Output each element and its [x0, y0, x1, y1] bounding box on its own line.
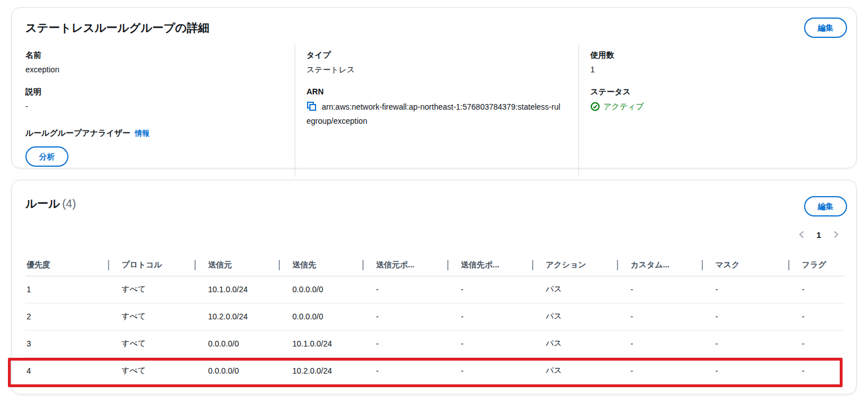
cell-destination: 0.0.0.0/0	[279, 303, 362, 330]
cell-priority: 3	[25, 330, 108, 357]
cell-mask: -	[702, 303, 788, 330]
cell-source: 0.0.0.0/0	[195, 357, 279, 384]
name-label: 名前	[25, 49, 281, 60]
table-header-row: 優先度 プロトコル 送信元 送信先 送信元ポ... 送信先ポ... アクション …	[25, 255, 844, 276]
cell-custom: -	[617, 303, 702, 330]
name-value: exception	[25, 63, 281, 76]
cell-action: パス	[532, 303, 617, 330]
cell-destination-port: -	[447, 303, 532, 330]
pagination: 1	[796, 229, 841, 240]
cell-mask: -	[702, 357, 788, 384]
page: ステートレスルールグループの詳細 編集 名前 exception 説明 - ルー…	[0, 0, 868, 403]
rules-table: 優先度 プロトコル 送信元 送信先 送信元ポ... 送信先ポ... アクション …	[25, 255, 844, 384]
cell-flags: -	[788, 330, 844, 357]
details-panel: ステートレスルールグループの詳細 編集 名前 exception 説明 - ルー…	[11, 7, 857, 168]
cell-source-port: -	[362, 303, 447, 330]
column-header-protocol: プロトコル	[108, 255, 195, 276]
next-page-button[interactable]	[830, 229, 841, 240]
column-header-source: 送信元	[195, 255, 279, 276]
cell-source-port: -	[362, 276, 447, 303]
details-edit-button[interactable]: 編集	[804, 18, 847, 38]
cell-priority: 2	[25, 303, 108, 330]
cell-destination-port: -	[447, 357, 532, 384]
cell-source-port: -	[362, 357, 447, 384]
usage-label: 使用数	[590, 49, 843, 60]
cell-flags: -	[788, 357, 844, 384]
cell-destination-port: -	[447, 330, 532, 357]
column-header-destination-port: 送信先ポ...	[447, 255, 532, 276]
cell-protocol: すべて	[108, 357, 195, 384]
success-check-icon	[590, 102, 600, 111]
cell-source-port: -	[362, 330, 447, 357]
details-grid: 名前 exception 説明 - ルールグループアナライザー情報 分析 タイプ	[12, 45, 856, 158]
description-value: -	[25, 100, 281, 112]
cell-destination: 10.2.0.0/24	[279, 357, 362, 384]
cell-source: 0.0.0.0/0	[195, 330, 279, 357]
type-label: タイプ	[306, 49, 565, 60]
cell-action: パス	[532, 357, 617, 384]
table-row: 2 すべて 10.2.0.0/24 0.0.0.0/0 - - パス - - -	[25, 303, 844, 330]
analyze-button[interactable]: 分析	[25, 146, 68, 167]
column-header-mask: マスク	[702, 255, 788, 276]
cell-protocol: すべて	[108, 276, 195, 303]
cell-priority: 4	[25, 357, 108, 384]
rules-count: (4)	[62, 197, 76, 210]
arn-text: arn:aws:network-firewall:ap-northeast-1:…	[306, 102, 560, 125]
cell-priority: 1	[25, 276, 108, 303]
details-panel-title: ステートレスルールグループの詳細	[25, 20, 209, 36]
cell-destination-port: -	[447, 276, 532, 303]
cell-mask: -	[702, 330, 788, 357]
rules-panel: ルール(4) 編集 1 優先度 プロトコル 送信元 送信先 送信元ポ... 送信…	[11, 180, 857, 395]
status-badge: アクティブ	[590, 100, 644, 112]
analyzer-info-link[interactable]: 情報	[135, 129, 149, 137]
arn-value: arn:aws:network-firewall:ap-northeast-1:…	[306, 100, 564, 128]
copy-icon[interactable]	[306, 101, 317, 111]
cell-source: 10.2.0.0/24	[195, 303, 279, 330]
description-label: 説明	[25, 86, 281, 97]
status-value: アクティブ	[603, 100, 644, 112]
column-header-custom: カスタム...	[617, 255, 702, 276]
rules-edit-button[interactable]: 編集	[804, 196, 847, 216]
table-row: 1 すべて 10.1.0.0/24 0.0.0.0/0 - - パス - - -	[25, 276, 844, 303]
analyzer-label: ルールグループアナライザー情報	[25, 127, 281, 139]
current-page[interactable]: 1	[817, 230, 821, 240]
arn-label: ARN	[306, 86, 565, 97]
column-header-action: アクション	[532, 255, 617, 276]
previous-page-button[interactable]	[796, 229, 807, 240]
column-header-destination: 送信先	[279, 255, 362, 276]
usage-value: 1	[590, 63, 843, 76]
cell-flags: -	[788, 276, 844, 303]
cell-custom: -	[617, 276, 702, 303]
details-column-1: 名前 exception 説明 - ルールグループアナライザー情報 分析	[12, 45, 295, 177]
cell-destination: 0.0.0.0/0	[279, 276, 362, 303]
cell-action: パス	[532, 276, 617, 303]
cell-protocol: すべて	[108, 330, 195, 357]
cell-custom: -	[617, 330, 702, 357]
rules-panel-title: ルール(4)	[25, 196, 76, 211]
cell-action: パス	[532, 330, 617, 357]
table-row: 3 すべて 0.0.0.0/0 10.1.0.0/24 - - パス - - -	[25, 330, 844, 357]
details-column-2: タイプ ステートレス ARN arn:aws:network-firewall:…	[295, 45, 578, 177]
details-column-3: 使用数 1 ステータス アクティブ	[578, 45, 856, 177]
column-header-priority: 優先度	[25, 255, 108, 276]
cell-destination: 10.1.0.0/24	[279, 330, 362, 357]
cell-flags: -	[788, 303, 844, 330]
cell-custom: -	[617, 357, 702, 384]
cell-mask: -	[702, 276, 788, 303]
cell-source: 10.1.0.0/24	[195, 276, 279, 303]
table-row-highlighted: 4 すべて 0.0.0.0/0 10.2.0.0/24 - - パス - - -	[25, 357, 844, 384]
column-header-source-port: 送信元ポ...	[362, 255, 447, 276]
column-header-flags: フラグ	[788, 255, 844, 276]
type-value: ステートレス	[306, 63, 565, 76]
status-label: ステータス	[590, 86, 843, 97]
cell-protocol: すべて	[108, 303, 195, 330]
